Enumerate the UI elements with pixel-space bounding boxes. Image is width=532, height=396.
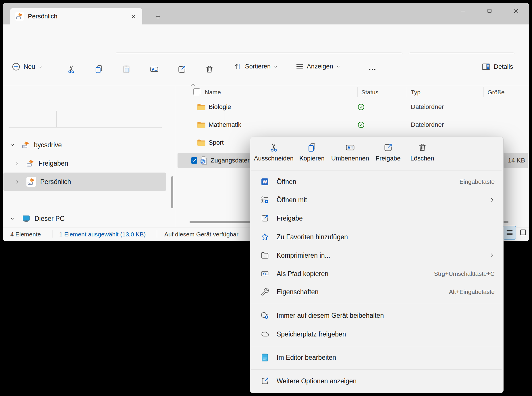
column-header-groesse[interactable]: Größe <box>487 89 505 96</box>
word-document-icon: W <box>200 156 208 165</box>
menu-item-komprimieren[interactable]: Komprimieren in... <box>255 247 499 263</box>
plus-circle-icon <box>11 62 21 71</box>
pc-icon <box>22 214 30 223</box>
sidebar-scrollbar[interactable] <box>171 176 173 208</box>
bycsdrive-icon <box>22 141 30 149</box>
rename-icon <box>345 143 355 152</box>
tab-close-icon[interactable] <box>127 10 140 23</box>
sidebar-divider <box>9 127 162 128</box>
folder-icon <box>197 121 206 128</box>
close-window-icon[interactable] <box>510 5 523 17</box>
menu-item-eigenschaften[interactable]: Eigenschaften Alt+Eingabetaste <box>255 284 499 300</box>
chevron-down-icon[interactable] <box>9 216 16 221</box>
chevron-down-icon <box>273 64 278 69</box>
minimize-icon[interactable] <box>457 5 469 17</box>
bycsdrive-icon <box>26 159 34 167</box>
sidebar-item-dieser-pc[interactable]: Dieser PC <box>3 211 166 227</box>
chevron-down-icon <box>38 65 42 69</box>
quick-cut-button[interactable]: Ausschneiden <box>252 143 295 162</box>
column-header-typ[interactable]: Typ <box>411 89 421 96</box>
file-size: 14 KB <box>508 157 525 164</box>
share-icon <box>383 143 393 152</box>
sidebar-item-persoenlich[interactable]: Persönlich <box>3 173 166 191</box>
folder-icon <box>197 139 206 146</box>
bycsdrive-icon <box>26 177 36 187</box>
share-icon[interactable] <box>176 63 188 76</box>
synced-status-icon <box>357 121 365 129</box>
menu-item-im-editor-bearbeiten[interactable]: Im Editor bearbeiten <box>255 349 499 366</box>
chevron-right-icon[interactable] <box>13 180 21 184</box>
context-menu: Ausschneiden Kopieren Umbenennen Freigab… <box>250 137 504 393</box>
menu-item-weitere-optionen[interactable]: Weitere Optionen anzeigen <box>255 373 499 389</box>
availability-info: Auf diesem Gerät verfügbar <box>164 231 238 238</box>
select-all-checkbox[interactable] <box>193 88 200 95</box>
copy-icon <box>307 143 317 152</box>
menu-item-oeffnen-mit[interactable]: Öffnen mit <box>255 192 499 208</box>
column-header-name[interactable]: Name <box>205 89 221 96</box>
menu-item-immer-beibehalten[interactable]: Immer auf diesem Gerät beibehalten <box>255 307 499 324</box>
folder-icon <box>197 104 206 110</box>
share-icon <box>260 214 270 223</box>
tab-persoenlich[interactable]: Persönlich <box>10 8 142 24</box>
quick-rename-button[interactable]: Umbenennen <box>329 143 372 162</box>
navigation-pane: bycsdrive Freigaben Persönlich Dieser PC <box>3 86 176 227</box>
screen: Persönlich <box>0 0 532 396</box>
submenu-chevron-icon <box>489 197 495 203</box>
file-row-biologie[interactable]: Biologie Dateiordner <box>178 100 528 114</box>
menu-item-freigabe[interactable]: Freigabe <box>255 210 499 226</box>
file-row-mathematik[interactable]: Mathematik Dateiordner <box>178 117 528 132</box>
column-header-status[interactable]: Status <box>361 89 379 96</box>
sort-caret-icon <box>190 83 195 86</box>
cut-icon <box>269 143 279 152</box>
sort-icon <box>234 62 242 71</box>
maximize-icon[interactable] <box>483 5 496 17</box>
new-tab-icon[interactable] <box>152 10 164 23</box>
menu-item-oeffnen[interactable]: W Öffnen Eingabetaste <box>255 174 499 190</box>
pane-divider <box>176 86 176 227</box>
menu-item-speicherplatz-freigeben[interactable]: Speicherplatz freigeben <box>255 326 499 342</box>
tab-bar: Persönlich <box>3 3 529 24</box>
show-more-icon <box>260 377 270 385</box>
delete-icon[interactable] <box>203 63 216 76</box>
chevron-down-icon <box>336 64 340 69</box>
menu-item-als-pfad-kopieren[interactable]: Als Pfad kopieren Strg+Umschalttaste+C <box>255 266 499 282</box>
sort-button[interactable]: Sortieren <box>234 62 278 71</box>
sidebar-item-bycsdrive[interactable]: bycsdrive <box>3 137 166 153</box>
details-view-toggle[interactable] <box>503 226 516 240</box>
details-pane-button[interactable]: Details <box>481 62 513 71</box>
wrench-icon <box>260 288 270 296</box>
svg-text:W: W <box>263 179 267 184</box>
star-icon <box>260 233 270 241</box>
rename-icon[interactable] <box>148 63 161 76</box>
quick-copy-button[interactable]: Kopieren <box>290 143 334 162</box>
copy-path-icon <box>260 269 270 278</box>
paste-icon[interactable] <box>120 63 133 76</box>
copy-icon[interactable] <box>92 63 105 76</box>
chevron-right-icon[interactable] <box>13 161 21 166</box>
item-count: 4 Elemente <box>10 231 41 238</box>
more-options-icon[interactable] <box>366 63 379 76</box>
thumbnail-view-toggle[interactable] <box>517 226 529 239</box>
sidebar-item-freigaben[interactable]: Freigaben <box>3 155 166 171</box>
svg-text:W: W <box>201 160 204 163</box>
notepad-icon <box>260 353 270 362</box>
row-checkbox-checked[interactable] <box>191 157 197 164</box>
navigation-bar: bycsdrive Persönlich <box>3 24 529 54</box>
delete-icon <box>417 143 427 152</box>
menu-item-zu-favoriten[interactable]: Zu Favoriten hinzufügen <box>255 229 499 245</box>
tab-title: Persönlich <box>28 13 127 20</box>
new-button[interactable]: Neu <box>11 62 42 71</box>
details-pane-icon <box>481 62 491 71</box>
selection-info: 1 Element ausgewählt (13,0 KB) <box>59 231 146 238</box>
chevron-down-icon[interactable] <box>9 143 16 147</box>
word-app-icon: W <box>260 177 270 186</box>
view-button[interactable]: Anzeigen <box>295 62 340 71</box>
synced-status-icon <box>357 103 365 111</box>
view-lines-icon <box>295 62 304 71</box>
command-bar: Neu Sort <box>3 54 529 86</box>
cut-icon[interactable] <box>65 63 78 76</box>
bycsdrive-app-icon <box>15 12 24 21</box>
quick-delete-button[interactable]: Löschen <box>401 143 444 162</box>
cloud-download-icon <box>260 311 270 320</box>
open-with-icon <box>260 196 270 204</box>
